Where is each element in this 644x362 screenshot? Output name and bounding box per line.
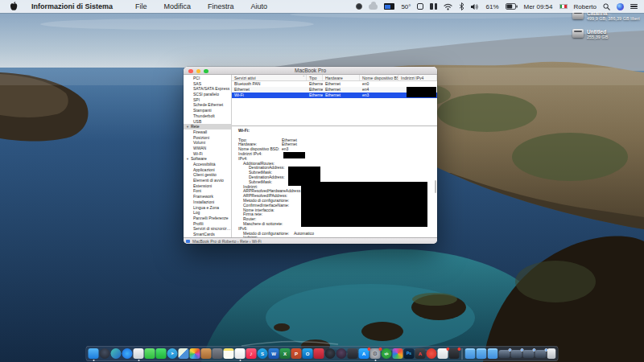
dock-icon-preview[interactable] — [134, 348, 144, 359]
menu-clock[interactable]: Mer 09:54 — [524, 3, 553, 10]
sidebar-item-applicazioni[interactable]: Applicazioni — [184, 167, 231, 173]
dock-icon-notifications[interactable] — [438, 348, 448, 359]
dock-icon-app-store[interactable]: A — [359, 348, 369, 359]
spotlight-search-icon[interactable] — [603, 3, 610, 10]
dock-icon-minimized-window-2[interactable] — [511, 350, 522, 358]
sidebar-item-smartcards[interactable]: SmartCards — [184, 232, 231, 237]
temperature-readout[interactable]: 50° — [401, 3, 411, 10]
volume-icon[interactable] — [471, 3, 479, 10]
sidebar-item-schede-ethernet[interactable]: Schede Ethernet — [184, 102, 231, 108]
logged-in-user[interactable]: Roberto — [574, 3, 597, 10]
dock-icon-pixel-editor[interactable] — [393, 348, 403, 359]
input-language-flag-icon[interactable] — [559, 4, 568, 9]
dock-icon-music[interactable]: ♪ — [246, 348, 257, 359]
cpu-meter-icon[interactable] — [384, 3, 394, 10]
sidebar-item-profili[interactable]: Profili — [184, 221, 231, 227]
dock-icon-photos[interactable] — [190, 348, 200, 359]
sidebar-section-software[interactable]: ▼Software — [184, 156, 231, 162]
menu-modifica[interactable]: Modifica — [164, 2, 192, 10]
dock-icon-safari[interactable] — [122, 348, 133, 359]
siri-icon[interactable] — [617, 3, 624, 10]
sidebar-item-posizioni[interactable]: Posizioni — [184, 135, 231, 141]
dock-icon-word[interactable]: W — [269, 348, 279, 359]
sidebar-item-volumi[interactable]: Volumi — [184, 140, 231, 146]
dock-icon-launchpad[interactable] — [100, 348, 110, 359]
table-row-bluetooth-pan[interactable]: Bluetooth PANEthernetEtherneten0 — [232, 81, 437, 87]
sidebar-item-wwan[interactable]: WWAN — [184, 146, 231, 151]
sidebar-item-estensioni[interactable]: Estensioni — [184, 183, 231, 189]
wifi-icon[interactable] — [444, 3, 452, 10]
dock-icon-facetime[interactable] — [156, 348, 167, 359]
dock-icon-adobe-sync[interactable] — [427, 348, 437, 359]
sidebar-item-thunderbolt[interactable]: Thunderbolt — [184, 113, 231, 119]
dock-icon-powerpoint[interactable]: P — [291, 348, 302, 359]
zoom-button[interactable] — [204, 69, 208, 74]
sidebar-item-client-gestito[interactable]: Client gestito — [184, 172, 231, 178]
sidebar-item-servizi-di-sincroniz-[interactable]: Servizi di sincroniz… — [184, 226, 231, 232]
dock-icon-system-preferences[interactable]: ⚙ — [370, 348, 381, 359]
sidebar-section-rete[interactable]: ▼Rete — [184, 124, 231, 130]
dock-icon-photoshop[interactable]: Ps — [404, 348, 415, 359]
sidebar-item-sas[interactable]: SAS — [184, 81, 231, 87]
dock-icon-folder-apps[interactable] — [465, 348, 476, 359]
close-button[interactable] — [188, 69, 193, 74]
dock-icon-folder-documents[interactable] — [477, 348, 487, 359]
dock-icon-acrobat[interactable]: A — [415, 348, 426, 359]
dock-icon-dictionary[interactable] — [213, 348, 223, 359]
dock-icon-messages[interactable] — [145, 348, 155, 359]
minimize-button[interactable] — [196, 69, 201, 74]
sidebar[interactable]: PCISASSATA/SATA ExpressSCSI paralleloSPI… — [184, 75, 232, 237]
sidebar-item-usb[interactable]: USB — [184, 119, 231, 125]
dock-icon-outlook[interactable]: O — [303, 348, 313, 359]
dock-icon-notes[interactable] — [224, 348, 234, 359]
dock-icon-utility[interactable] — [348, 348, 358, 359]
sidebar-item-spi[interactable]: SPI — [184, 97, 231, 103]
dock-icon-minimized-window-3[interactable] — [523, 350, 535, 358]
sidebar-item-installazioni[interactable]: Installazioni — [184, 200, 231, 205]
sidebar-item-framework[interactable]: Framework — [184, 194, 231, 200]
dock-icon-camera-app[interactable] — [325, 348, 336, 359]
apple-menu-icon[interactable] — [10, 2, 19, 11]
dock-icon-books[interactable] — [201, 348, 212, 359]
dock-icon-quickbooks[interactable]: qb — [382, 348, 392, 359]
record-menulet-icon[interactable] — [356, 3, 362, 10]
sidebar-item-accessibilit-[interactable]: Accessibilità — [184, 162, 231, 167]
sidebar-item-lingua-e-zona[interactable]: Lingua e Zona — [184, 205, 231, 211]
services-table[interactable]: Servizi attiviˆTipoHardwareNome disposit… — [232, 75, 437, 126]
menu-file[interactable]: File — [135, 2, 147, 10]
dock-icon-edge[interactable] — [111, 348, 122, 359]
active-app-name[interactable]: Informazioni di Sistema — [31, 2, 113, 10]
sidebar-item-wi-fi[interactable]: Wi-Fi — [184, 151, 231, 157]
sidebar-item-log[interactable]: Log — [184, 210, 231, 216]
sidebar-item-stampanti[interactable]: Stampanti — [184, 108, 231, 113]
dock-icon-textedit[interactable] — [235, 348, 246, 359]
dock-icon-minimized-window-1[interactable] — [499, 350, 510, 358]
column-header-indirizzi-ipv4[interactable]: Indirizzi IPv4 — [398, 75, 437, 80]
sidebar-item-pci[interactable]: PCI — [184, 76, 231, 81]
dock-icon-excel[interactable]: X — [280, 348, 291, 359]
dock-icon-garageband[interactable] — [336, 348, 347, 359]
column-header-tipo[interactable]: Tipo — [307, 75, 323, 80]
menu-aiuto[interactable]: Aiuto — [251, 2, 268, 10]
dock-icon-telegram[interactable]: ➤ — [167, 348, 178, 359]
dock-icon-maps[interactable] — [179, 348, 189, 359]
menu-finestra[interactable]: Finestra — [208, 2, 234, 10]
sidebar-item-sata-sata-express[interactable]: SATA/SATA Express — [184, 86, 231, 92]
sidebar-item-firewall[interactable]: Firewall — [184, 130, 231, 135]
sidebar-item-elementi-di-avvio[interactable]: Elementi di avvio — [184, 178, 231, 183]
dock-icon-cone-app[interactable] — [449, 348, 460, 359]
column-header-nome-dispositivo-bsd[interactable]: Nome dispositivo BSD — [360, 75, 398, 80]
notification-center-icon[interactable] — [630, 3, 638, 10]
column-header-hardware[interactable]: Hardware — [323, 75, 360, 80]
column-header-servizi-attivi[interactable]: Servizi attiviˆ — [232, 75, 307, 80]
box-menulet-icon[interactable] — [417, 3, 423, 10]
dock-icon-skype[interactable]: S — [258, 348, 268, 359]
dock-icon-trash[interactable] — [547, 348, 556, 359]
bluetooth-icon[interactable] — [459, 2, 464, 10]
sidebar-item-pannelli-preferenze[interactable]: Pannelli Preferenze — [184, 216, 231, 221]
battery-icon[interactable] — [506, 3, 518, 10]
desktop-icon-untitled[interactable]: Untitled255,39 GB — [572, 29, 640, 40]
window-titlebar[interactable]: MacBook Pro — [184, 67, 437, 75]
columns-menulet-icon[interactable] — [430, 3, 437, 10]
dock-icon-security[interactable] — [314, 348, 324, 359]
